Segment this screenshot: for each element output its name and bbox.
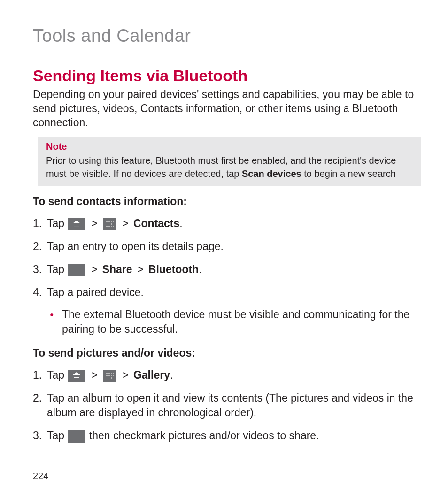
- step-text: Tap: [47, 217, 67, 229]
- note-bold: Scan devices: [242, 168, 301, 179]
- target-contacts: Contacts: [133, 217, 179, 229]
- breadcrumb-separator: >: [89, 263, 99, 275]
- step-media-2: Tap an album to open it and view its con…: [33, 391, 420, 420]
- steps-media: Tap > > Gallery. Tap an album to open it…: [33, 368, 420, 443]
- chapter-title: Tools and Calendar: [33, 26, 420, 46]
- target-gallery: Gallery: [133, 369, 170, 381]
- apps-icon: [103, 218, 116, 230]
- breadcrumb-separator: >: [120, 217, 130, 229]
- menu-icon: [68, 264, 85, 276]
- note-label: Note: [46, 141, 412, 152]
- note-text-2: to begin a new search: [301, 168, 396, 179]
- period: .: [199, 263, 201, 275]
- period: .: [179, 217, 182, 229]
- step-contacts-2: Tap an entry to open its details page.: [33, 239, 420, 254]
- breadcrumb-separator: >: [135, 263, 145, 275]
- steps-contacts: Tap > > Contacts. Tap an entry to open i…: [33, 216, 420, 300]
- step-contacts-3: Tap > Share > Bluetooth.: [33, 262, 420, 277]
- step-media-1: Tap > > Gallery.: [33, 368, 420, 382]
- target-share: Share: [102, 263, 132, 275]
- target-bluetooth: Bluetooth: [148, 263, 199, 275]
- breadcrumb-separator: >: [89, 217, 99, 229]
- step-text: Tap: [47, 263, 67, 275]
- period: .: [170, 369, 173, 381]
- heading-media: To send pictures and/or videos:: [33, 347, 420, 359]
- step-text: Tap: [47, 429, 67, 442]
- intro-paragraph: Depending on your paired devices' settin…: [33, 88, 420, 130]
- step-contacts-4: Tap a paired device.: [33, 285, 420, 300]
- step-contacts-1: Tap > > Contacts.: [33, 216, 420, 231]
- bullet-list: The external Bluetooth device must be vi…: [33, 307, 420, 336]
- breadcrumb-separator: >: [89, 369, 99, 381]
- page-number: 224: [33, 471, 48, 481]
- bullet-item: The external Bluetooth device must be vi…: [50, 307, 420, 336]
- step-text: Tap: [47, 369, 67, 381]
- note-box: Note Prior to using this feature, Blueto…: [38, 137, 421, 186]
- apps-icon: [103, 370, 116, 382]
- home-icon: [68, 218, 85, 230]
- heading-contacts: To send contacts information:: [33, 195, 420, 208]
- home-icon: [68, 370, 85, 382]
- breadcrumb-separator: >: [120, 369, 130, 381]
- note-text: Prior to using this feature, Bluetooth m…: [46, 154, 412, 180]
- step-tail: then checkmark pictures and/or videos to…: [89, 429, 319, 442]
- section-title: Sending Items via Bluetooth: [33, 67, 420, 85]
- menu-icon: [68, 430, 85, 443]
- step-media-3: Tap then checkmark pictures and/or video…: [33, 428, 420, 443]
